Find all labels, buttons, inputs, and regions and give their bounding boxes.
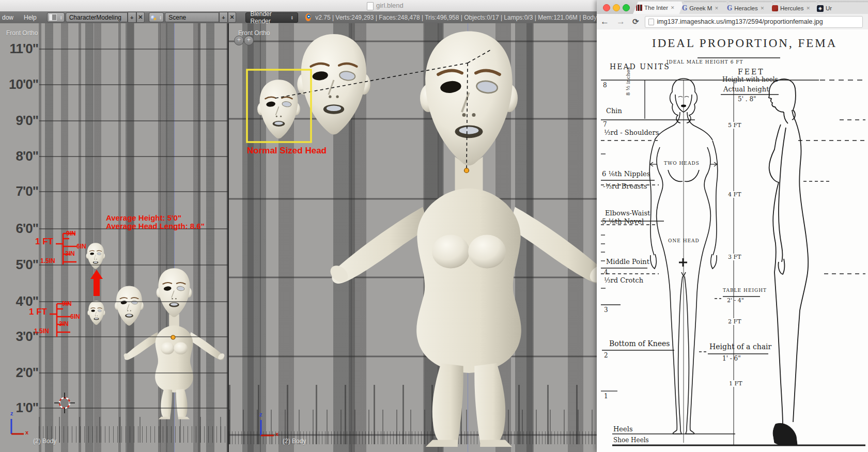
ruler-label: 11'0" — [1, 41, 38, 57]
render-engine-select[interactable]: Blender Render ▲▼ — [245, 12, 298, 23]
scene-delete-button[interactable]: ✕ — [228, 12, 237, 23]
tab-greek-m[interactable]: G Greek M ✕ — [679, 2, 732, 14]
nipples-label: 6 ⅙th Nipples — [602, 170, 650, 178]
tab-strip: The Inter ✕ G Greek M ✕ G Heracles ✕ Her… — [597, 0, 868, 14]
tab-label: Heracles — [734, 5, 757, 11]
red-square-favicon — [772, 5, 778, 11]
unit-number: 8 — [603, 82, 607, 89]
close-tab-icon[interactable]: ✕ — [761, 6, 765, 11]
close-tab-icon[interactable]: ✕ — [806, 6, 810, 11]
normal-head-annotation: Normal Sized Head — [247, 146, 327, 156]
3d-cursor[interactable] — [54, 393, 75, 413]
scene-stats: v2.75 | Verts:249,293 | Faces:248,478 | … — [315, 14, 597, 21]
bracket-1-5in: 1.5IN — [40, 257, 55, 264]
ft-mark: 3 FT — [727, 254, 742, 260]
axis-x-label: x — [275, 431, 278, 437]
ruler-label: 10'0" — [1, 76, 38, 92]
bracket-3in: 3IN — [59, 320, 69, 328]
ruler-label: 9'0" — [1, 113, 38, 129]
g-serif-favicon: G — [727, 5, 732, 12]
minimize-window-button[interactable] — [613, 4, 620, 11]
avg-head-annotation: Average Head Length: 8.6" — [106, 222, 205, 230]
unit-number: 3 — [604, 306, 608, 314]
chin-label: Chin — [606, 107, 622, 115]
screen: girl.blend dow Help ▲▼ CharacterModeling… — [0, 0, 868, 452]
menu-help[interactable]: Help — [19, 14, 42, 21]
selection-box — [247, 70, 311, 142]
ft-mark: 2 FT — [727, 318, 742, 325]
back-button[interactable]: ← — [597, 17, 613, 27]
layout-add-button[interactable]: + — [128, 12, 136, 23]
pivot-point — [171, 335, 175, 339]
axis-gizmo — [11, 419, 24, 434]
blender-logo-icon — [305, 13, 312, 21]
axis-gizmo — [261, 420, 274, 435]
screen-layout-button[interactable]: ▲▼ — [47, 12, 65, 22]
viewport-left[interactable]: Front Ortho 11'0" 10'0" 9'0" 8'0" 7'0" 6… — [0, 23, 227, 452]
ruler-label: 8'0" — [1, 148, 38, 164]
bracket-3in: 3IN — [65, 250, 75, 257]
red-up-arrow — [90, 270, 103, 296]
browser-window: The Inter ✕ G Greek M ✕ G Heracles ✕ Her… — [597, 0, 868, 452]
region-expand-button[interactable]: + — [234, 36, 244, 45]
ft-mark: 1 FT — [728, 380, 743, 387]
scene-add-button[interactable]: + — [219, 12, 228, 23]
tab-hercules[interactable]: Hercules ✕ — [769, 2, 822, 14]
address-bar[interactable]: img137.imageshack.us/img137/2594/proport… — [645, 16, 863, 28]
bracket-1-5in: 1.5IN — [34, 328, 49, 335]
close-tab-icon[interactable]: ✕ — [715, 6, 719, 11]
close-tab-icon[interactable]: ✕ — [671, 5, 675, 10]
g-serif-favicon: G — [682, 5, 687, 12]
avg-height-annotation: Average Height: 5'0" — [106, 213, 181, 222]
axis-z-label: z — [10, 410, 13, 416]
bottom-of-knees-label: Bottom of Knees — [609, 339, 670, 348]
actual-height: Actual height — [723, 85, 769, 93]
forward-button[interactable]: → — [613, 17, 629, 27]
ruler-label: 1'0" — [1, 400, 38, 416]
center-viewport-overlay — [229, 23, 597, 452]
document-icon — [367, 2, 374, 10]
tab-the-inter[interactable]: The Inter ✕ — [633, 2, 687, 14]
dropdown-arrows-icon: ▲▼ — [60, 15, 63, 20]
bracket-9in: 9IN — [62, 300, 72, 307]
tab-label: Ur — [826, 5, 832, 11]
layout-icon — [49, 14, 57, 21]
object-label: (2) Body — [283, 438, 306, 445]
layout-delete-button[interactable]: ✕ — [136, 12, 145, 23]
dropdown-arrows-icon: ▲▼ — [291, 15, 293, 20]
chair-value: 1' - 6" — [722, 355, 741, 362]
scene-name-field[interactable]: Scene — [165, 12, 219, 22]
bracket-1ft: 1 FT — [35, 237, 53, 247]
close-window-button[interactable] — [603, 4, 610, 11]
region-expand-button[interactable]: + — [244, 36, 254, 45]
viewport-center[interactable]: Front Ortho + + Normal Sized Head z x (2… — [229, 23, 597, 452]
actual-height-value: 5' . 8" — [738, 96, 756, 103]
url-text: img137.imageshack.us/img137/2594/proport… — [657, 18, 823, 25]
feet-label: FEET — [738, 68, 765, 76]
ruler-label: 2'0" — [1, 365, 38, 381]
ruler-label: 7'0" — [1, 183, 38, 199]
unit-number: 4 — [604, 269, 608, 276]
stripes-favicon — [636, 5, 642, 11]
axis-z-label: z — [259, 411, 262, 417]
ft-mark: 4 FT — [727, 191, 742, 198]
window-title: girl.blend — [376, 2, 404, 9]
menu-window[interactable]: dow — [0, 14, 19, 21]
bracket-6in: 6IN — [70, 313, 80, 320]
view-label: Front Ortho — [238, 29, 270, 37]
ft-mark: 5 FT — [727, 122, 742, 129]
blender-titlebar: girl.blend — [0, 0, 597, 12]
tab-heracles[interactable]: G Heracles ✕ — [724, 2, 777, 14]
table-height-value: 2' - 4" — [727, 297, 744, 304]
tab-label: The Inter — [644, 5, 668, 11]
unit-number: 7 — [603, 121, 607, 128]
tab-unity[interactable]: ◈ Ur — [814, 2, 868, 14]
unit-number: 1 — [604, 393, 608, 400]
tab-label: Hercules — [780, 5, 803, 11]
reload-button[interactable]: ⟳ — [629, 17, 643, 26]
elbows-waist-label: Elbows-Waist — [605, 209, 650, 217]
scene-browse-button[interactable]: ▲▼ — [149, 12, 164, 22]
layout-name-field[interactable]: CharacterModeling — [66, 12, 128, 22]
zoom-window-button[interactable] — [623, 4, 630, 11]
two-heads-label: TWO HEADS — [664, 161, 700, 166]
